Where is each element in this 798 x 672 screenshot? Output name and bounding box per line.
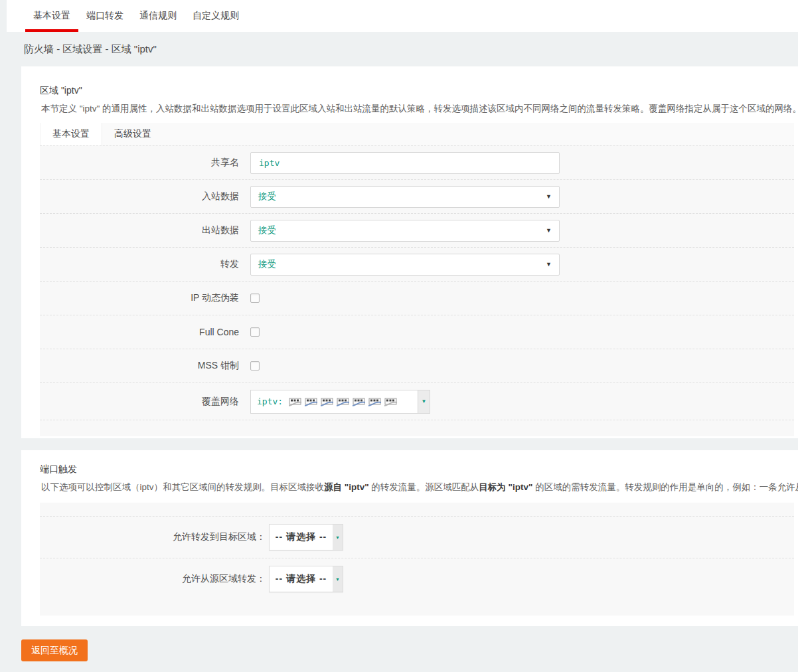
fullcone-checkbox[interactable] bbox=[250, 327, 260, 337]
masquerading-field bbox=[250, 294, 794, 303]
tab-custom-rules[interactable]: 自定义规则 bbox=[185, 0, 247, 32]
ethernet-port-icon bbox=[384, 396, 398, 407]
selected-value: -- 请选择 -- bbox=[270, 525, 333, 550]
chevron-down-icon: ▼ bbox=[418, 390, 430, 414]
ethernet-port-icon bbox=[336, 396, 350, 407]
selected-value: 接受 bbox=[258, 224, 276, 236]
desc-text: 的区域的需转发流量。转发规则的作用是单向的，例如：一条允许从 lan bbox=[532, 482, 798, 492]
form-row-covered-networks: 覆盖网络 iptv: ▼ bbox=[40, 383, 794, 420]
mss-clamping-label: MSS 钳制 bbox=[40, 360, 250, 372]
allow-forward-from-label: 允许从源区域转发： bbox=[40, 573, 269, 585]
zone-section-description: 本节定义 "iptv" 的通用属性，入站数据和出站数据选项用于设置此区域入站和出… bbox=[41, 103, 798, 115]
form-row-masquerading: IP 动态伪装 bbox=[40, 282, 794, 315]
form-row-forward-policy: 转发 接受 ▼ bbox=[40, 248, 794, 282]
forward-policy-field: 接受 ▼ bbox=[250, 254, 794, 276]
covered-networks-select[interactable]: iptv: ▼ bbox=[250, 390, 430, 414]
covered-networks-field: iptv: ▼ bbox=[250, 390, 794, 414]
chevron-down-icon: ▼ bbox=[546, 261, 552, 268]
desc-text: 的转发流量。源区域匹配从 bbox=[369, 482, 479, 492]
form-row-mss-clamping: MSS 钳制 bbox=[40, 349, 794, 383]
form-row-input-policy: 入站数据 接受 ▼ bbox=[40, 180, 794, 214]
tab-general-settings[interactable]: 基本设置 bbox=[25, 0, 78, 32]
covered-networks-label: 覆盖网络 bbox=[40, 396, 250, 408]
subtab-general[interactable]: 基本设置 bbox=[40, 123, 102, 145]
fullcone-label: Full Cone bbox=[40, 327, 250, 337]
form-row-allow-forward-from: 允许从源区域转发： -- 请选择 -- ▼ bbox=[40, 558, 794, 600]
desc-text: 以下选项可以控制区域（iptv）和其它区域间的转发规则。目标区域接收 bbox=[41, 482, 324, 492]
masquerading-label: IP 动态伪装 bbox=[40, 292, 250, 304]
inter-zone-forwarding-panel: 端口触发 以下选项可以控制区域（iptv）和其它区域间的转发规则。目标区域接收源… bbox=[21, 450, 798, 626]
selected-value: -- 请选择 -- bbox=[270, 566, 333, 592]
form-row-fullcone: Full Cone bbox=[40, 315, 794, 349]
name-label: 共享名 bbox=[40, 157, 250, 169]
output-policy-label: 出站数据 bbox=[40, 224, 250, 236]
fullcone-field bbox=[250, 327, 794, 337]
allow-forward-to-label: 允许转发到目标区域： bbox=[40, 531, 269, 543]
zone-form: 共享名 入站数据 接受 ▼ 出站数据 接受 ▼ bbox=[40, 145, 794, 436]
forwarding-section-description: 以下选项可以控制区域（iptv）和其它区域间的转发规则。目标区域接收源自 "ip… bbox=[41, 481, 798, 493]
ethernet-port-icon bbox=[368, 396, 382, 407]
forward-policy-select[interactable]: 接受 ▼ bbox=[250, 254, 560, 276]
tab-port-forwards[interactable]: 端口转发 bbox=[78, 0, 131, 32]
forwarding-form: 允许转发到目标区域： -- 请选择 -- ▼ 允许从源区域转发： -- 请选择 … bbox=[40, 503, 794, 616]
top-tab-bar: 基本设置 端口转发 通信规则 自定义规则 bbox=[7, 0, 798, 32]
mss-clamping-field bbox=[250, 361, 794, 371]
tab-traffic-rules[interactable]: 通信规则 bbox=[131, 0, 185, 32]
ethernet-port-icon bbox=[352, 396, 366, 407]
output-policy-select[interactable]: 接受 ▼ bbox=[250, 220, 560, 242]
subtab-advanced[interactable]: 高级设置 bbox=[102, 123, 163, 145]
covered-networks-box: iptv: bbox=[250, 390, 418, 414]
form-row-allow-forward-to: 允许转发到目标区域： -- 请选择 -- ▼ bbox=[40, 516, 794, 558]
allow-forward-to-select[interactable]: -- 请选择 -- ▼ bbox=[269, 524, 343, 550]
chevron-down-icon: ▼ bbox=[546, 227, 552, 234]
allow-forward-from-select[interactable]: -- 请选择 -- ▼ bbox=[269, 566, 343, 592]
selected-value: 接受 bbox=[258, 258, 276, 270]
network-name: iptv: bbox=[257, 396, 283, 406]
ethernet-port-icon bbox=[304, 396, 318, 407]
tab-label: 自定义规则 bbox=[193, 10, 239, 22]
form-row-name: 共享名 bbox=[40, 146, 794, 180]
ethernet-port-icon bbox=[320, 396, 334, 407]
ethernet-port-icon bbox=[288, 396, 302, 407]
desc-bold: 源自 "iptv" bbox=[324, 482, 369, 492]
tab-label: 基本设置 bbox=[33, 10, 70, 22]
input-policy-label: 入站数据 bbox=[40, 191, 250, 203]
input-policy-select[interactable]: 接受 ▼ bbox=[250, 186, 560, 208]
covered-networks-icons bbox=[288, 396, 398, 407]
input-policy-field: 接受 ▼ bbox=[250, 186, 794, 208]
zone-settings-panel: 区域 "iptv" 本节定义 "iptv" 的通用属性，入站数据和出站数据选项用… bbox=[21, 66, 798, 438]
form-row-output-policy: 出站数据 接受 ▼ bbox=[40, 214, 794, 248]
mss-clamping-checkbox[interactable] bbox=[250, 361, 260, 371]
zone-name-input[interactable] bbox=[250, 152, 560, 174]
forwarding-section-title: 端口触发 bbox=[40, 463, 786, 475]
chevron-down-icon: ▼ bbox=[333, 525, 343, 550]
chevron-down-icon: ▼ bbox=[333, 566, 343, 592]
tab-label: 端口转发 bbox=[86, 10, 123, 22]
name-field bbox=[250, 152, 794, 174]
tab-label: 通信规则 bbox=[139, 10, 177, 22]
output-policy-field: 接受 ▼ bbox=[250, 220, 794, 242]
desc-bold: 目标为 "iptv" bbox=[479, 482, 532, 492]
masquerading-checkbox[interactable] bbox=[250, 294, 260, 303]
selected-value: 接受 bbox=[258, 191, 276, 203]
back-to-overview-button[interactable]: 返回至概况 bbox=[21, 639, 88, 661]
page-title: 防火墙 - 区域设置 - 区域 "iptv" bbox=[0, 32, 798, 66]
zone-section-title: 区域 "iptv" bbox=[40, 85, 786, 97]
zone-subtabs: 基本设置 高级设置 bbox=[40, 123, 794, 145]
forward-policy-label: 转发 bbox=[40, 258, 250, 270]
chevron-down-icon: ▼ bbox=[546, 193, 552, 200]
